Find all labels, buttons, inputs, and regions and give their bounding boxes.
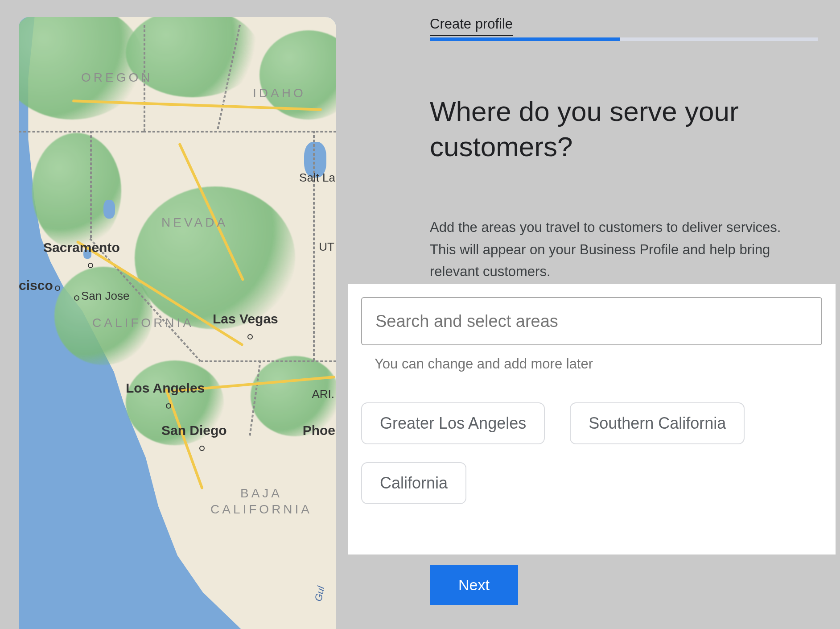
map-vegetation <box>32 133 121 249</box>
next-button[interactable]: Next <box>430 565 518 605</box>
map-city-label: cisco <box>19 278 62 293</box>
map-border <box>19 131 144 132</box>
area-search-card: You can change and add more later Greate… <box>348 284 836 555</box>
map-city-label: Los Angeles <box>126 381 205 411</box>
map-city-label: Phoe <box>303 423 335 438</box>
map-city-label: San Diego <box>161 423 227 453</box>
map-state-label: CALIFORNIA <box>92 316 194 330</box>
progress-fill <box>430 37 620 41</box>
map-city-label: San Jose <box>72 289 129 303</box>
map-city-label: Sacramento <box>43 240 120 270</box>
area-chip[interactable]: Southern California <box>570 402 745 444</box>
service-area-map[interactable]: OREGON IDAHO NEVADA CALIFORNIA BAJACALIF… <box>19 17 336 629</box>
page-heading: Where do you serve your customers? <box>430 94 800 165</box>
map-state-label: BAJACALIFORNIA <box>210 485 312 518</box>
map-border <box>201 360 336 362</box>
map-state-label: OREGON <box>81 70 152 85</box>
area-search-input[interactable] <box>361 297 822 345</box>
map-city-label: Salt La <box>299 171 335 185</box>
page-subtext: Add the areas you travel to customers to… <box>430 216 804 283</box>
suggested-areas: Greater Los Angeles Southern California … <box>361 402 822 504</box>
map-city-label: Las Vegas <box>213 311 278 342</box>
map-state-label: NEVADA <box>161 215 228 230</box>
search-hint: You can change and add more later <box>361 356 822 372</box>
map-state-label-partial: UT <box>319 240 334 254</box>
area-chip[interactable]: Greater Los Angeles <box>361 402 545 444</box>
map-lake <box>103 200 115 219</box>
map-border <box>313 131 315 360</box>
map-state-label-partial: ARI. <box>312 387 334 401</box>
map-vegetation <box>135 186 295 329</box>
step-label: Create profile <box>430 16 513 36</box>
progress-bar <box>430 37 818 41</box>
map-border <box>90 131 92 238</box>
map-border <box>144 131 336 132</box>
map-state-label: IDAHO <box>253 86 306 100</box>
area-chip[interactable]: California <box>361 462 466 504</box>
